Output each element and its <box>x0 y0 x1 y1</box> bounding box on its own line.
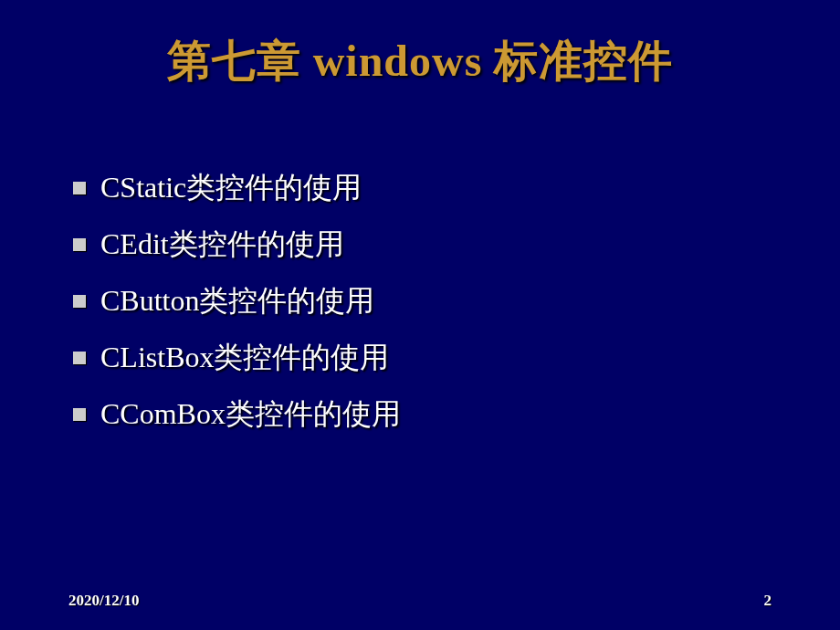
bullet-icon <box>73 238 86 251</box>
bullet-icon <box>73 352 86 364</box>
bullet-icon <box>73 295 86 308</box>
list-item: CEdit类控件的使用 <box>73 225 840 265</box>
bullet-text: CEdit类控件的使用 <box>100 225 344 265</box>
bullet-text: CButton类控件的使用 <box>100 281 374 321</box>
footer-page-number: 2 <box>764 592 772 610</box>
list-item: CStatic类控件的使用 <box>73 168 840 208</box>
bullet-icon <box>73 182 86 194</box>
bullet-text: CComBox类控件的使用 <box>100 394 401 435</box>
list-item: CListBox类控件的使用 <box>73 338 840 378</box>
slide-title: 第七章 windows 标准控件 <box>0 0 840 90</box>
footer-date: 2020/12/10 <box>68 592 139 610</box>
bullet-icon <box>73 408 86 421</box>
bullet-text: CStatic类控件的使用 <box>100 168 362 208</box>
bullet-text: CListBox类控件的使用 <box>100 338 389 378</box>
slide-footer: 2020/12/10 2 <box>0 592 840 610</box>
bullet-list: CStatic类控件的使用 CEdit类控件的使用 CButton类控件的使用 … <box>73 168 840 435</box>
list-item: CComBox类控件的使用 <box>73 394 840 435</box>
list-item: CButton类控件的使用 <box>73 281 840 321</box>
